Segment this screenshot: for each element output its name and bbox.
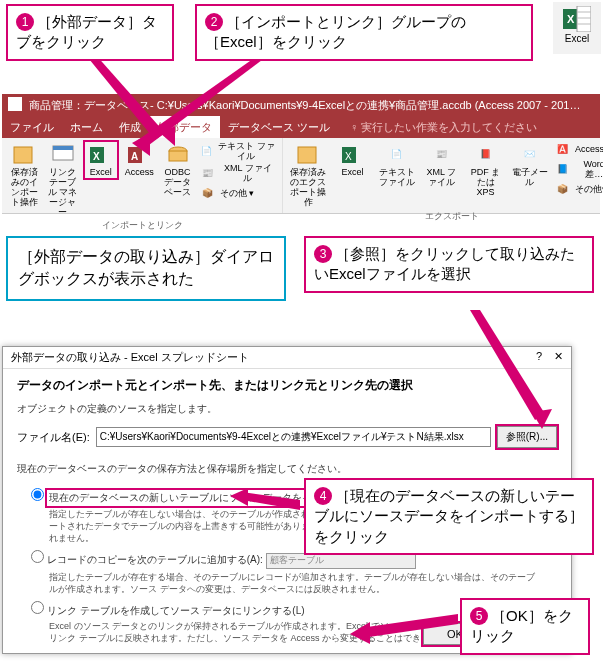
other-icon: 📦 (200, 186, 216, 202)
excel-desktop-icon[interactable]: X Excel (553, 2, 601, 54)
export-mail-label: 電子メール (511, 168, 549, 188)
callout-1-text: ［外部データ］タブをクリック (16, 13, 157, 50)
export-other-button[interactable]: 📦その他▾ (555, 182, 603, 198)
export-other-icon: 📦 (555, 182, 571, 198)
opt3-label: リンク テーブルを作成してソース データにリンクする(L) (47, 605, 305, 616)
excel-tile-label: Excel (565, 33, 589, 44)
callout-1-num: 1 (16, 13, 34, 31)
export-other-label: その他▾ (575, 185, 603, 195)
note-dialog-shown: ［外部データの取り込み］ダイアログボックスが表示された (6, 236, 286, 301)
callout-arrows-top (0, 48, 603, 168)
import-other-label: その他 ▾ (220, 189, 255, 199)
file-path-input[interactable] (96, 427, 491, 447)
callout-4-text: ［現在のデータベースの新しいテーブルにソースデータをインポートする］をクリック (314, 487, 584, 545)
export-pdf-label: PDF または XPS (466, 168, 504, 198)
svg-marker-9 (132, 133, 150, 156)
callout-3-num: 3 (314, 245, 332, 263)
file-label: ファイル名(E): (17, 430, 90, 445)
callout-5-num: 5 (470, 607, 488, 625)
excel-icon: X (563, 6, 591, 32)
callout-4-num: 4 (314, 487, 332, 505)
callout-3-text: ［参照］をクリックして取り込みたいExcelファイルを選択 (314, 245, 575, 282)
opt3-radio[interactable] (31, 601, 44, 614)
dialog-title-text: 外部データの取り込み - Excel スプレッドシート (11, 350, 249, 365)
opt2-label: レコードのコピーを次のテーブルに追加する(A): (47, 554, 263, 565)
callout-3-arrow (440, 304, 600, 434)
note-text: ［外部データの取り込み］ダイアログボックスが表示された (18, 248, 274, 287)
dialog-storage: 現在のデータベースのデータの保存方法と保存場所を指定してください。 (3, 458, 571, 480)
opt2-dest[interactable]: 顧客テーブル (266, 553, 416, 569)
callout-5-arrow (340, 590, 470, 650)
callout-2: 2［インポートとリンク］グループの［Excel］をクリック (195, 4, 533, 61)
opt2-radio[interactable] (31, 550, 44, 563)
callout-3: 3［参照］をクリックして取り込みたいExcelファイルを選択 (304, 236, 594, 293)
export-excel-label: Excel (342, 168, 364, 178)
link-manager-label: リンク テーブル マネージャー (46, 168, 78, 217)
callout-1: 1［外部データ］タブをクリック (6, 4, 174, 61)
svg-marker-25 (230, 488, 248, 506)
import-access-label: Access (125, 168, 154, 178)
import-other-button[interactable]: 📦その他 ▾ (200, 186, 276, 202)
import-excel-label: Excel (90, 168, 112, 178)
svg-marker-22 (470, 310, 545, 420)
callout-2-text: ［インポートとリンク］グループの［Excel］をクリック (205, 13, 466, 50)
xml-file-icon: 📰 (200, 166, 216, 182)
svg-marker-8 (138, 54, 270, 148)
svg-marker-27 (350, 622, 370, 644)
callout-2-num: 2 (205, 13, 223, 31)
svg-marker-6 (85, 54, 165, 140)
export-text-label: テキスト ファイル (378, 168, 416, 188)
svg-rect-1 (577, 6, 591, 32)
opt1-radio[interactable] (31, 488, 44, 501)
import-odbc-label: ODBC データベース (161, 168, 193, 198)
export-xml-label: XML ファイル (422, 168, 460, 188)
saved-exports-label: 保存済みのエクスポート操作 (289, 168, 327, 208)
svg-marker-26 (360, 614, 458, 638)
svg-text:X: X (567, 13, 575, 25)
callout-4: 4［現在のデータベースの新しいテーブルにソースデータをインポートする］をクリック (304, 478, 594, 555)
saved-imports-label: 保存済みのインポート操作 (8, 168, 40, 208)
group-import-label: インポートとリンク (8, 219, 276, 232)
callout-5: 5［OK］をクリック (460, 598, 590, 655)
group-export-label: エクスポート (289, 210, 603, 223)
svg-marker-24 (242, 492, 300, 510)
callout-4-arrow (230, 488, 310, 528)
